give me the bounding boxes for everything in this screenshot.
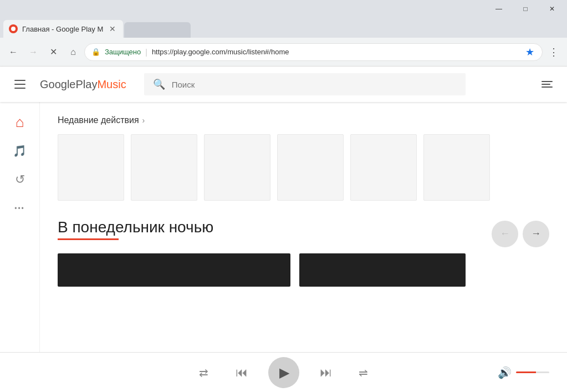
secure-label: Защищено (105, 48, 141, 56)
queue-line-3 (542, 86, 553, 88)
monday-cards-row (58, 253, 549, 287)
monday-underline (58, 238, 119, 240)
url-text: https://play.google.com/music/listen#/ho… (152, 48, 520, 56)
monday-prev-button[interactable]: ← (492, 221, 518, 247)
maximize-button[interactable]: □ (513, 0, 538, 18)
recent-cards-row (58, 134, 549, 201)
address-bar: ← → ✕ ⌂ 🔒 Защищено | https://play.google… (0, 38, 567, 67)
tab-close-button[interactable]: ✕ (108, 24, 118, 34)
search-bar[interactable]: 🔍 (144, 73, 466, 95)
lock-icon: 🔒 (91, 48, 100, 56)
window-chrome: — □ ✕ (0, 0, 567, 18)
brand-play-text: Play (76, 78, 98, 91)
ham-line-3 (14, 88, 25, 89)
recent-card-1[interactable] (58, 134, 124, 201)
queue-button[interactable] (536, 73, 558, 95)
recent-section-header: Недавние действия › (58, 115, 549, 125)
recent-section-arrow[interactable]: › (142, 116, 145, 125)
monday-nav-arrows: ← → (492, 221, 549, 247)
volume-container: 🔊 (498, 366, 549, 379)
tab-favicon (9, 24, 18, 33)
search-icon: 🔍 (153, 78, 165, 90)
monday-title-container: В понедельник ночью (58, 218, 213, 249)
minimize-button[interactable]: — (486, 0, 512, 18)
brand-google-text: Google (40, 78, 76, 91)
forward-button[interactable]: → (24, 43, 42, 61)
sidebar-item-more[interactable]: ••• (7, 195, 33, 222)
shuffle-button[interactable]: ⇌ (353, 362, 375, 384)
recent-section-title: Недавние действия (58, 115, 139, 125)
active-tab[interactable]: Главная - Google Play M ✕ (3, 20, 123, 38)
sidebar-item-home[interactable]: ⌂ (7, 109, 33, 135)
monday-wide-card-2[interactable] (299, 253, 466, 287)
play-icon: ▶ (279, 365, 289, 380)
recent-card-3[interactable] (204, 134, 270, 201)
queue-icon (542, 81, 553, 88)
recent-card-5[interactable] (350, 134, 417, 201)
hamburger-button[interactable] (9, 73, 31, 95)
ham-line-1 (14, 80, 25, 81)
reload-button[interactable]: ✕ (44, 43, 62, 61)
player-bar: ⇄ ⏮ ▶ ⏭ ⇌ 🔊 (0, 352, 567, 392)
play-button[interactable]: ▶ (268, 357, 299, 388)
back-button[interactable]: ← (4, 43, 22, 61)
tab-bar: Главная - Google Play M ✕ (0, 18, 567, 38)
content-area: Недавние действия › В понедельник ночью (40, 102, 567, 352)
recent-card-2[interactable] (131, 134, 197, 201)
window-controls: — □ ✕ (486, 0, 565, 18)
url-separator: | (145, 48, 147, 57)
app-container: Google Play Music 🔍 ⌂ 🎵 ↺ ••• (0, 67, 567, 392)
monday-next-button[interactable]: → (523, 221, 549, 247)
prev-button[interactable]: ⏮ (231, 362, 253, 384)
app-header: Google Play Music 🔍 (0, 67, 567, 102)
ham-line-2 (14, 84, 25, 85)
recent-card-6[interactable] (423, 134, 490, 201)
inactive-tab[interactable] (124, 22, 191, 38)
monday-section: В понедельник ночью ← → (58, 218, 549, 287)
monday-wide-card-1[interactable] (58, 253, 290, 287)
queue-line-1 (542, 81, 553, 82)
sidebar-item-history[interactable]: ↺ (7, 166, 33, 193)
search-input[interactable] (172, 80, 457, 89)
volume-slider[interactable] (516, 371, 549, 373)
queue-line-2 (542, 84, 550, 85)
monday-section-header: В понедельник ночью ← → (58, 218, 549, 249)
monday-section-title: В понедельник ночью (58, 218, 213, 236)
sidebar: ⌂ 🎵 ↺ ••• (0, 102, 40, 352)
url-bar[interactable]: 🔒 Защищено | https://play.google.com/mus… (84, 43, 543, 61)
home-button[interactable]: ⌂ (64, 43, 82, 61)
volume-icon: 🔊 (498, 366, 512, 379)
next-button[interactable]: ⏭ (315, 362, 337, 384)
tab-label: Главная - Google Play M (22, 25, 103, 33)
repeat-button[interactable]: ⇄ (193, 362, 215, 384)
close-button[interactable]: ✕ (539, 0, 565, 18)
main-area: ⌂ 🎵 ↺ ••• Недавние действия › (0, 102, 567, 352)
brand-logo: Google Play Music (40, 78, 126, 91)
bookmark-button[interactable]: ★ (524, 45, 535, 59)
brand-music-text: Music (97, 78, 126, 91)
browser-menu-button[interactable]: ⋮ (545, 43, 563, 61)
recent-card-4[interactable] (277, 134, 344, 201)
sidebar-item-music[interactable]: 🎵 (7, 138, 33, 164)
